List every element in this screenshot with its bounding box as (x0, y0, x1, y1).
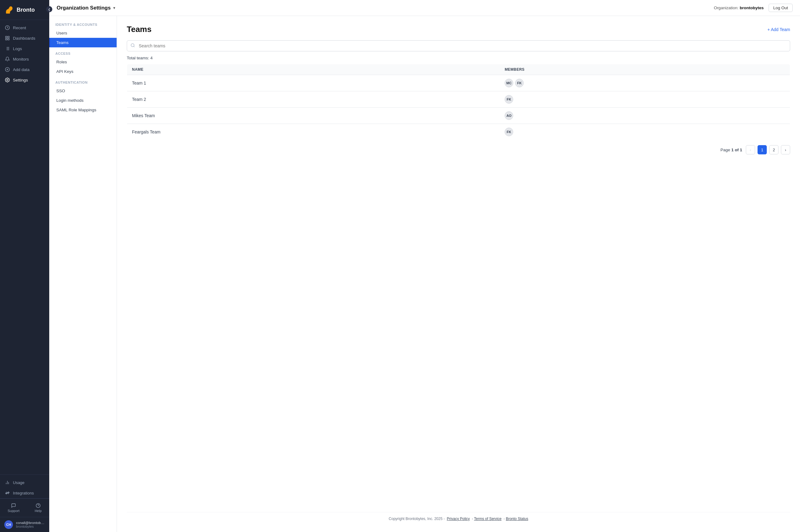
team-members-cell: FK (500, 124, 790, 140)
column-members: MEMBERS (500, 64, 790, 75)
sidebar-item-monitors[interactable]: Monitors (0, 54, 49, 64)
footer-bronto-status[interactable]: Bronto Status (506, 517, 528, 521)
pagination-current: 1 of 1 (731, 148, 742, 152)
sidebar-collapse-button[interactable]: ❮ (46, 6, 52, 12)
sidebar-item-help[interactable]: Help (32, 501, 44, 514)
content-layout: IDENTITY & ACCOUNTS Users Teams ACCESS R… (49, 16, 800, 532)
member-badge: FK (515, 79, 524, 87)
help-circle-icon (36, 503, 41, 508)
table-row[interactable]: Mikes TeamAO (127, 108, 790, 124)
team-members-cell: AO (500, 108, 790, 124)
member-badge: FK (505, 128, 513, 136)
settings-nav-item-sso[interactable]: SSO (49, 86, 117, 96)
settings-icon (5, 77, 10, 82)
sidebar-item-add-data[interactable]: Add data (0, 64, 49, 75)
member-badge: MC (505, 79, 513, 87)
plug-icon (5, 491, 10, 495)
svg-rect-4 (8, 38, 9, 40)
main-wrapper: Organization Settings ▾ Organization: br… (49, 0, 800, 532)
pagination-page-2-button[interactable]: 2 (769, 145, 779, 154)
sidebar-support-help: Support Help (0, 498, 49, 517)
search-icon (130, 43, 135, 49)
sidebar-item-support[interactable]: Support (5, 501, 22, 514)
teams-table: NAME MEMBERS Team 1MCFKTeam 2FKMikes Tea… (127, 64, 790, 140)
clock-icon (5, 25, 10, 30)
avatar: CH (4, 520, 13, 529)
settings-nav-item-teams[interactable]: Teams (49, 38, 117, 48)
team-members-cell: FK (500, 91, 790, 108)
logo-text: Bronto (17, 7, 35, 13)
message-circle-icon (11, 503, 16, 508)
settings-nav-item-api-keys[interactable]: API Keys (49, 67, 117, 76)
settings-section-identity: IDENTITY & ACCOUNTS (49, 21, 117, 28)
svg-rect-2 (5, 36, 7, 38)
teams-heading: Teams (127, 25, 151, 34)
pagination-page-1-button[interactable]: 1 (758, 145, 767, 154)
search-input[interactable] (127, 40, 790, 51)
user-email: conall@brontoby... (16, 521, 45, 525)
support-label: Support (8, 509, 20, 513)
user-info: conall@brontoby... brontobytes (16, 521, 45, 528)
sidebar-logo: Bronto (0, 0, 49, 20)
page-footer: Copyright Brontobytes, Inc. 2025 - Priva… (127, 512, 790, 524)
grid-icon (5, 36, 10, 41)
table-row[interactable]: Team 2FK (127, 91, 790, 108)
member-badge: FK (505, 95, 513, 103)
table-row[interactable]: Team 1MCFK (127, 75, 790, 91)
svg-rect-3 (8, 36, 9, 38)
settings-nav-item-roles[interactable]: Roles (49, 57, 117, 67)
svg-rect-5 (5, 38, 7, 40)
svg-point-15 (7, 79, 8, 80)
help-label: Help (35, 509, 42, 513)
svg-line-24 (133, 46, 134, 47)
header-right: Organization: brontobytes Log Out (714, 4, 793, 12)
pagination-next-button[interactable]: › (781, 145, 790, 154)
list-icon (5, 46, 10, 51)
pagination-text: Page 1 of 1 (720, 148, 742, 152)
bell-icon (5, 57, 10, 61)
footer-copyright: Copyright Brontobytes, Inc. 2025 - (389, 517, 445, 521)
settings-nav-item-users[interactable]: Users (49, 28, 117, 38)
team-name-cell: Team 2 (127, 91, 500, 108)
bronto-logo-icon (4, 5, 14, 15)
page-title-group: Organization Settings ▾ (57, 5, 115, 11)
page-title: Organization Settings (57, 5, 111, 11)
chevron-down-icon[interactable]: ▾ (113, 5, 115, 10)
sidebar-item-dashboards[interactable]: Dashboards (0, 33, 49, 43)
pagination-prev-button[interactable]: ‹ (746, 145, 755, 154)
org-name: brontobytes (740, 5, 764, 10)
sidebar-item-usage[interactable]: Usage (0, 477, 49, 488)
settings-nav: IDENTITY & ACCOUNTS Users Teams ACCESS R… (49, 16, 117, 532)
user-org: brontobytes (16, 525, 45, 528)
search-bar (127, 40, 790, 51)
team-name-cell: Feargals Team (127, 124, 500, 140)
plus-circle-icon (5, 67, 10, 72)
table-row[interactable]: Feargals TeamFK (127, 124, 790, 140)
team-name-cell: Team 1 (127, 75, 500, 91)
total-teams-label: Total teams: 4 (127, 56, 790, 60)
settings-nav-item-login-methods[interactable]: Login methods (49, 96, 117, 105)
svg-point-23 (131, 44, 134, 47)
sidebar-item-logs[interactable]: Logs (0, 43, 49, 54)
settings-nav-item-saml-role-mappings[interactable]: SAML Role Mappings (49, 105, 117, 115)
sidebar-item-integrations[interactable]: Integrations (0, 488, 49, 498)
bar-chart-icon (5, 480, 10, 485)
sidebar-nav: Recent Dashboards Logs Monitors Add data… (0, 20, 49, 475)
member-badge: AO (505, 111, 513, 120)
footer-terms-of-service[interactable]: Terms of Service (474, 517, 502, 521)
footer-privacy-policy[interactable]: Privacy Policy (447, 517, 470, 521)
pagination-row: Page 1 of 1 ‹ 1 2 › (127, 145, 790, 154)
logout-button[interactable]: Log Out (769, 4, 793, 12)
sidebar-item-settings[interactable]: Settings (0, 75, 49, 85)
team-name-cell: Mikes Team (127, 108, 500, 124)
settings-section-access: ACCESS (49, 50, 117, 57)
add-team-button[interactable]: + Add Team (767, 27, 790, 32)
column-name: NAME (127, 64, 500, 75)
page-heading-row: Teams + Add Team (127, 25, 790, 34)
settings-section-auth: AUTHENTICATION (49, 79, 117, 86)
sidebar-item-recent[interactable]: Recent (0, 22, 49, 33)
sidebar: Bronto ❮ Recent Dashboards Logs Monitors… (0, 0, 49, 532)
svg-point-0 (11, 6, 12, 8)
sidebar-bottom: Usage Integrations (0, 475, 49, 498)
user-section[interactable]: CH conall@brontoby... brontobytes (0, 517, 49, 532)
